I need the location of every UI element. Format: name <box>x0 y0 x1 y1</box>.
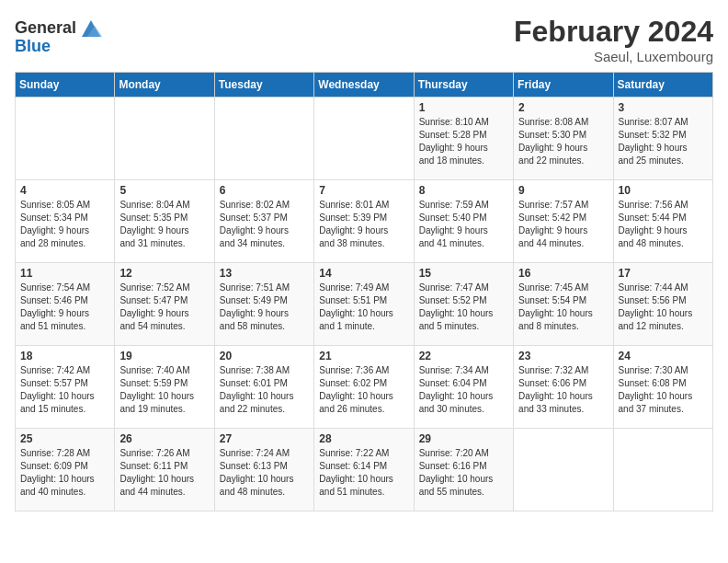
day-info: Sunrise: 7:24 AM Sunset: 6:13 PM Dayligh… <box>220 447 309 499</box>
day-number: 22 <box>419 350 508 362</box>
day-number: 14 <box>319 267 408 280</box>
day-number: 9 <box>518 184 608 197</box>
calendar-cell: 19Sunrise: 7:40 AM Sunset: 5:59 PM Dayli… <box>115 346 214 429</box>
day-number: 12 <box>119 267 209 280</box>
calendar-cell: 20Sunrise: 7:38 AM Sunset: 6:01 PM Dayli… <box>214 346 313 429</box>
calendar-cell: 2Sunrise: 8:08 AM Sunset: 5:30 PM Daylig… <box>514 98 613 180</box>
day-info: Sunrise: 7:56 AM Sunset: 5:44 PM Dayligh… <box>619 199 708 250</box>
calendar-cell: 25Sunrise: 7:28 AM Sunset: 6:09 PM Dayli… <box>16 429 115 511</box>
calendar-cell: 5Sunrise: 8:04 AM Sunset: 5:35 PM Daylig… <box>115 180 214 263</box>
day-number: 1 <box>419 101 508 114</box>
week-row-4: 18Sunrise: 7:42 AM Sunset: 5:57 PM Dayli… <box>16 346 713 429</box>
calendar-cell: 4Sunrise: 8:05 AM Sunset: 5:34 PM Daylig… <box>16 180 115 263</box>
calendar-cell: 3Sunrise: 8:07 AM Sunset: 5:32 PM Daylig… <box>613 98 712 180</box>
week-row-1: 1Sunrise: 8:10 AM Sunset: 5:28 PM Daylig… <box>16 98 713 180</box>
day-number: 11 <box>20 267 109 280</box>
calendar-cell: 11Sunrise: 7:54 AM Sunset: 5:46 PM Dayli… <box>16 263 115 346</box>
weekday-header-row: SundayMondayTuesdayWednesdayThursdayFrid… <box>16 73 713 98</box>
weekday-header-tuesday: Tuesday <box>214 73 313 98</box>
weekday-header-monday: Monday <box>115 73 214 98</box>
day-number: 24 <box>619 350 708 362</box>
day-number: 18 <box>20 350 109 362</box>
calendar-cell: 15Sunrise: 7:47 AM Sunset: 5:52 PM Dayli… <box>414 263 513 346</box>
day-number: 7 <box>319 184 408 197</box>
day-info: Sunrise: 7:52 AM Sunset: 5:47 PM Dayligh… <box>119 282 209 333</box>
day-info: Sunrise: 8:07 AM Sunset: 5:32 PM Dayligh… <box>619 116 708 167</box>
day-number: 19 <box>119 350 209 362</box>
calendar-cell: 6Sunrise: 8:02 AM Sunset: 5:37 PM Daylig… <box>214 180 313 263</box>
calendar-cell: 29Sunrise: 7:20 AM Sunset: 6:16 PM Dayli… <box>414 429 513 511</box>
day-info: Sunrise: 7:54 AM Sunset: 5:46 PM Dayligh… <box>20 282 109 333</box>
month-year-title: February 2024 <box>514 15 713 49</box>
calendar-cell: 23Sunrise: 7:32 AM Sunset: 6:06 PM Dayli… <box>514 346 613 429</box>
calendar-cell: 13Sunrise: 7:51 AM Sunset: 5:49 PM Dayli… <box>214 263 313 346</box>
calendar-cell: 10Sunrise: 7:56 AM Sunset: 5:44 PM Dayli… <box>613 180 712 263</box>
logo-general: General <box>15 18 76 38</box>
day-info: Sunrise: 8:08 AM Sunset: 5:30 PM Dayligh… <box>518 116 608 167</box>
day-number: 2 <box>518 101 608 114</box>
calendar-cell <box>514 429 613 511</box>
calendar-cell: 14Sunrise: 7:49 AM Sunset: 5:51 PM Dayli… <box>314 263 414 346</box>
calendar-cell <box>314 98 414 180</box>
weekday-header-wednesday: Wednesday <box>314 73 414 98</box>
weekday-header-friday: Friday <box>514 73 613 98</box>
page-header: General Blue February 2024 Saeul, Luxemb… <box>15 15 713 64</box>
day-info: Sunrise: 7:32 AM Sunset: 6:06 PM Dayligh… <box>518 364 608 416</box>
logo-blue: Blue <box>15 37 51 56</box>
day-info: Sunrise: 7:36 AM Sunset: 6:02 PM Dayligh… <box>319 364 408 416</box>
day-number: 29 <box>419 432 508 445</box>
day-number: 5 <box>119 184 209 197</box>
logo-icon <box>78 15 104 40</box>
day-number: 17 <box>619 267 708 280</box>
day-number: 10 <box>619 184 708 197</box>
calendar-cell: 27Sunrise: 7:24 AM Sunset: 6:13 PM Dayli… <box>214 429 313 511</box>
day-number: 23 <box>518 350 608 362</box>
calendar-cell: 9Sunrise: 7:57 AM Sunset: 5:42 PM Daylig… <box>514 180 613 263</box>
day-info: Sunrise: 7:51 AM Sunset: 5:49 PM Dayligh… <box>220 282 309 333</box>
day-info: Sunrise: 7:28 AM Sunset: 6:09 PM Dayligh… <box>20 447 109 499</box>
day-info: Sunrise: 7:22 AM Sunset: 6:14 PM Dayligh… <box>319 447 408 499</box>
day-number: 16 <box>518 267 608 280</box>
calendar-cell: 28Sunrise: 7:22 AM Sunset: 6:14 PM Dayli… <box>314 429 414 511</box>
day-info: Sunrise: 7:49 AM Sunset: 5:51 PM Dayligh… <box>319 282 408 333</box>
calendar-cell: 21Sunrise: 7:36 AM Sunset: 6:02 PM Dayli… <box>314 346 414 429</box>
day-number: 15 <box>419 267 508 280</box>
calendar-cell: 16Sunrise: 7:45 AM Sunset: 5:54 PM Dayli… <box>514 263 613 346</box>
location-subtitle: Saeul, Luxembourg <box>514 49 713 64</box>
day-info: Sunrise: 8:10 AM Sunset: 5:28 PM Dayligh… <box>419 116 508 167</box>
calendar-cell: 12Sunrise: 7:52 AM Sunset: 5:47 PM Dayli… <box>115 263 214 346</box>
weekday-header-thursday: Thursday <box>414 73 513 98</box>
day-info: Sunrise: 7:30 AM Sunset: 6:08 PM Dayligh… <box>619 364 708 416</box>
calendar-table: SundayMondayTuesdayWednesdayThursdayFrid… <box>15 72 713 511</box>
day-info: Sunrise: 7:20 AM Sunset: 6:16 PM Dayligh… <box>419 447 508 499</box>
calendar-cell <box>16 98 115 180</box>
calendar-cell: 22Sunrise: 7:34 AM Sunset: 6:04 PM Dayli… <box>414 346 513 429</box>
day-info: Sunrise: 7:42 AM Sunset: 5:57 PM Dayligh… <box>20 364 109 416</box>
day-number: 20 <box>220 350 309 362</box>
calendar-cell: 7Sunrise: 8:01 AM Sunset: 5:39 PM Daylig… <box>314 180 414 263</box>
day-info: Sunrise: 8:02 AM Sunset: 5:37 PM Dayligh… <box>220 199 309 250</box>
day-number: 27 <box>220 432 309 445</box>
week-row-5: 25Sunrise: 7:28 AM Sunset: 6:09 PM Dayli… <box>16 429 713 511</box>
calendar-cell: 17Sunrise: 7:44 AM Sunset: 5:56 PM Dayli… <box>613 263 712 346</box>
day-number: 26 <box>119 432 209 445</box>
calendar-cell: 8Sunrise: 7:59 AM Sunset: 5:40 PM Daylig… <box>414 180 513 263</box>
calendar-cell <box>115 98 214 180</box>
day-info: Sunrise: 7:59 AM Sunset: 5:40 PM Dayligh… <box>419 199 508 250</box>
week-row-3: 11Sunrise: 7:54 AM Sunset: 5:46 PM Dayli… <box>16 263 713 346</box>
day-info: Sunrise: 7:34 AM Sunset: 6:04 PM Dayligh… <box>419 364 508 416</box>
calendar-cell: 24Sunrise: 7:30 AM Sunset: 6:08 PM Dayli… <box>613 346 712 429</box>
logo: General Blue <box>15 15 104 56</box>
day-number: 4 <box>20 184 109 197</box>
weekday-header-saturday: Saturday <box>613 73 712 98</box>
day-info: Sunrise: 7:40 AM Sunset: 5:59 PM Dayligh… <box>119 364 209 416</box>
day-info: Sunrise: 8:04 AM Sunset: 5:35 PM Dayligh… <box>119 199 209 250</box>
day-info: Sunrise: 7:44 AM Sunset: 5:56 PM Dayligh… <box>619 282 708 333</box>
day-number: 8 <box>419 184 508 197</box>
day-info: Sunrise: 7:38 AM Sunset: 6:01 PM Dayligh… <box>220 364 309 416</box>
day-info: Sunrise: 8:05 AM Sunset: 5:34 PM Dayligh… <box>20 199 109 250</box>
day-info: Sunrise: 7:57 AM Sunset: 5:42 PM Dayligh… <box>518 199 608 250</box>
day-info: Sunrise: 7:47 AM Sunset: 5:52 PM Dayligh… <box>419 282 508 333</box>
calendar-cell: 18Sunrise: 7:42 AM Sunset: 5:57 PM Dayli… <box>16 346 115 429</box>
day-number: 28 <box>319 432 408 445</box>
